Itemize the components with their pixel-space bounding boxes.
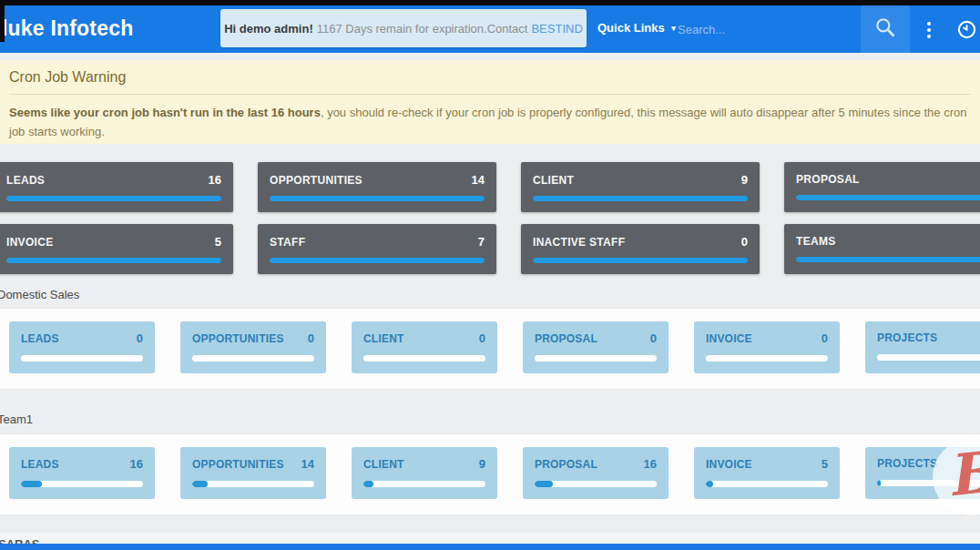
section-title-team1: Team1: [0, 412, 33, 426]
progress-bar: [877, 354, 980, 361]
card-label: PROPOSAL: [535, 458, 597, 471]
card-value: 0: [822, 331, 828, 345]
card-label: OPPORTUNITIES: [270, 174, 362, 187]
card-label: PROJECTS: [877, 331, 937, 344]
progress-bar: [6, 196, 221, 201]
card-label: OPPORTUNITIES: [192, 458, 284, 471]
progress-bar: [6, 258, 221, 263]
section-title-domestic-sales: Domestic Sales: [0, 288, 79, 301]
card-value: 14: [301, 457, 314, 471]
team-card-projects[interactable]: PROJECTS: [865, 321, 980, 373]
card-value: 16: [209, 173, 221, 187]
progress-bar: [535, 481, 657, 487]
cron-warning-bold: Seems like your cron job hasn't run in t…: [9, 106, 321, 119]
summary-card-invoice[interactable]: INVOICE5: [0, 224, 233, 274]
quick-links-menu[interactable]: Quick Links ▾: [597, 21, 676, 35]
card-label: LEADS: [21, 332, 59, 345]
card-label: TEAMS: [796, 235, 836, 248]
summary-card-grid: LEADS16 OPPORTUNITIES14 CLIENT9 PROPOSAL…: [0, 162, 980, 274]
card-value: 16: [644, 457, 657, 471]
team-card-client[interactable]: CLIENT9: [352, 447, 497, 499]
chevron-down-icon: ▾: [671, 24, 676, 33]
progress-bar: [535, 355, 657, 362]
summary-card-teams[interactable]: TEAMS: [784, 224, 980, 274]
team1-panel: LEADS16 OPPORTUNITIES14 CLIENT9 PROPOSAL…: [0, 433, 980, 515]
card-label: LEADS: [6, 174, 45, 187]
card-label: PROPOSAL: [535, 332, 597, 345]
clock-icon[interactable]: [956, 19, 977, 44]
card-value: 9: [479, 457, 485, 471]
progress-bar: [192, 481, 314, 487]
card-label: CLIENT: [533, 174, 574, 187]
domestic-sales-panel: LEADS0 OPPORTUNITIES0 CLIENT0 PROPOSAL0 …: [0, 308, 980, 390]
search-input[interactable]: [678, 15, 842, 44]
card-value: 16: [130, 457, 143, 471]
summary-card-inactive-staff[interactable]: INACTIVE STAFF0: [521, 224, 760, 274]
card-value: 5: [215, 235, 221, 249]
card-value: 9: [741, 173, 748, 187]
cron-warning-title: Cron Job Warning: [9, 69, 971, 95]
progress-bar: [533, 258, 748, 263]
team-card-leads[interactable]: LEADS16: [9, 447, 155, 499]
progress-bar: [192, 355, 314, 362]
card-label: INVOICE: [706, 332, 752, 345]
search-icon: [873, 15, 897, 43]
card-label: CLIENT: [363, 332, 404, 345]
bottom-blue-bar: [0, 544, 980, 550]
card-value: 0: [308, 331, 314, 345]
team-card-opportunities[interactable]: OPPORTUNITIES14: [180, 447, 326, 499]
card-value: 0: [741, 235, 748, 249]
summary-card-proposal[interactable]: PROPOSAL: [784, 162, 980, 212]
team1-card-grid: LEADS16 OPPORTUNITIES14 CLIENT9 PROPOSAL…: [9, 447, 980, 499]
notice-greeting: Hi demo admin!: [224, 22, 313, 36]
progress-bar: [363, 355, 485, 362]
brand-logo[interactable]: luke Infotech: [2, 16, 133, 41]
cron-job-warning-panel: Cron Job Warning Seems like your cron jo…: [0, 60, 980, 144]
summary-card-opportunities[interactable]: OPPORTUNITIES14: [258, 162, 496, 212]
expiration-notice: Hi demo admin! 1167 Days remain for expi…: [220, 9, 587, 47]
team-card-invoice[interactable]: INVOICE5: [694, 447, 840, 499]
progress-bar: [706, 355, 828, 362]
card-value: 0: [479, 331, 485, 345]
top-border: [0, 0, 980, 5]
team-card-proposal[interactable]: PROPOSAL0: [523, 321, 669, 373]
team-card-invoice[interactable]: INVOICE0: [694, 321, 840, 373]
more-vert-icon[interactable]: [923, 18, 935, 42]
team-card-projects[interactable]: PROJECTS: [865, 447, 980, 499]
card-label: LEADS: [21, 458, 59, 471]
card-value: 7: [478, 235, 485, 249]
progress-bar: [21, 355, 143, 362]
card-value: 0: [650, 331, 657, 345]
team-card-opportunities[interactable]: OPPORTUNITIES0: [180, 321, 326, 373]
card-label: INVOICE: [706, 458, 752, 471]
progress-bar: [270, 258, 485, 263]
progress-bar: [21, 481, 143, 487]
team-card-proposal[interactable]: PROPOSAL16: [523, 447, 669, 499]
progress-bar: [877, 480, 980, 486]
summary-card-leads[interactable]: LEADS16: [0, 162, 233, 212]
progress-bar: [533, 196, 748, 201]
progress-bar: [363, 481, 485, 487]
app-header: luke Infotech Hi demo admin! 1167 Days r…: [0, 5, 980, 53]
card-label: INVOICE: [6, 236, 53, 249]
summary-card-client[interactable]: CLIENT9: [521, 162, 760, 212]
team-card-leads[interactable]: LEADS0: [9, 321, 155, 373]
card-label: CLIENT: [363, 458, 404, 471]
team-card-client[interactable]: CLIENT0: [352, 321, 497, 373]
card-value: 0: [137, 331, 143, 345]
domestic-sales-card-grid: LEADS0 OPPORTUNITIES0 CLIENT0 PROPOSAL0 …: [9, 321, 980, 373]
card-label: PROJECTS: [877, 457, 937, 470]
bestind-link[interactable]: BESTIND: [531, 22, 582, 36]
card-value: 14: [472, 173, 485, 187]
progress-bar: [706, 481, 828, 487]
progress-bar: [796, 195, 980, 200]
notice-message: 1167 Days remain for expiration.Contact: [317, 22, 528, 36]
cron-warning-message: Seems like your cron job hasn't run in t…: [9, 103, 973, 142]
progress-bar: [796, 257, 980, 262]
card-label: OPPORTUNITIES: [192, 332, 284, 345]
search-button[interactable]: [861, 5, 910, 53]
card-label: STAFF: [270, 236, 305, 249]
left-border: [0, 5, 5, 42]
card-value: 5: [822, 457, 828, 471]
summary-card-staff[interactable]: STAFF7: [258, 224, 496, 274]
